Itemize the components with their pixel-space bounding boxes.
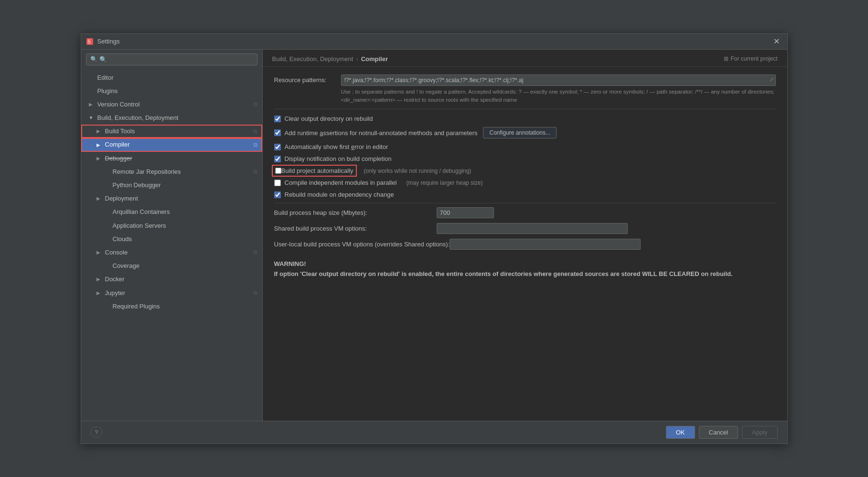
title-bar: S Settings ✕ [81,34,787,50]
ok-button[interactable]: OK [666,426,695,439]
warning-section: WARNING! If option 'Clear output directo… [274,259,776,279]
dialog-footer: ? OK Cancel Apply [81,421,787,444]
for-project-text: For current project [730,55,777,62]
heap-size-input[interactable] [437,207,494,218]
sidebar-item-label: Jupyter [105,289,126,297]
expand-icon[interactable]: ⤢ [770,76,774,83]
footer-right: OK Cancel Apply [666,426,778,439]
sidebar-item-arquillian[interactable]: Arquillian Containers [81,205,262,219]
shared-vm-label: Shared build process VM options: [274,225,437,232]
copy-icon: ⧉ [254,249,257,256]
sidebar-item-version-control[interactable]: ▶ Version Control ⧉ [81,98,262,111]
sidebar-item-debugger[interactable]: ▶ Debugger [81,152,262,165]
compile-parallel-row: Compile independent modules in parallel … [274,179,776,186]
chevron-right-icon: ▶ [96,249,102,256]
sidebar-item-clouds[interactable]: Clouds [81,233,262,246]
sidebar-item-label: Debugger [105,154,132,163]
sidebar-item-build-execution[interactable]: ▼ Build, Execution, Deployment [81,111,262,125]
footer-left: ? [91,426,102,438]
sidebar-item-label: Required Plugins [113,302,160,311]
option-clear-output: Clear output directory on rebuild [274,115,776,122]
show-error-checkbox[interactable] [274,144,281,150]
search-input[interactable] [99,56,253,63]
configure-annotations-button[interactable]: Configure annotations... [483,127,556,138]
copy-icon: ⧉ [254,168,257,175]
resource-patterns-input[interactable] [341,74,776,86]
build-auto-outlined: Build project automatically [274,167,354,174]
chevron-right-icon: ▶ [96,276,102,283]
compile-parallel-option: Compile independent modules in parallel [274,179,397,186]
sidebar-item-label: Build, Execution, Deployment [97,114,179,122]
add-assertions-checkbox[interactable] [274,129,281,136]
shared-vm-input[interactable] [437,223,628,234]
content-area: Resource patterns: ⤢ Use ; to separate p… [263,67,787,421]
sidebar-item-required-plugins[interactable]: Required Plugins [81,300,262,313]
resource-hint: Use ; to separate patterns and ! to nega… [341,88,776,105]
breadcrumb-separator: › [356,55,358,63]
sidebar-item-docker[interactable]: ▶ Docker [81,273,262,286]
build-auto-row: Build project automatically (only works … [274,167,776,174]
sidebar-item-remote-jar[interactable]: Remote Jar Repositories ⧉ [81,165,262,179]
search-box[interactable]: 🔍 [86,53,257,65]
chevron-right-icon: ▶ [96,290,102,297]
warning-text: If option 'Clear output directory on reb… [274,270,733,277]
assertions-option: Add runtime assertions for notnull-annot… [274,129,478,137]
compile-parallel-checkbox[interactable] [274,180,281,186]
warning-title: WARNING! [274,260,306,267]
apply-button[interactable]: Apply [742,426,778,439]
build-auto-note: (only works while not running / debuggin… [364,168,472,174]
heap-size-row: Build process heap size (Mbytes): [274,207,776,218]
display-notification-label[interactable]: Display notification on build completion [285,155,392,162]
clear-output-checkbox[interactable] [274,116,281,122]
sidebar-item-label: Deployment [105,194,138,203]
sidebar: 🔍 Editor Plugins ▶ Version Control ⧉ [81,50,263,421]
sidebar-item-application-servers[interactable]: Application Servers [81,219,262,233]
sidebar-item-label: Clouds [113,235,132,244]
options-section: Clear output directory on rebuild Add ru… [274,115,776,198]
rebuild-module-label[interactable]: Rebuild module on dependency change [285,191,394,198]
breadcrumb-current: Compiler [361,55,388,63]
sidebar-item-editor[interactable]: Editor [81,71,262,85]
close-button[interactable]: ✕ [771,37,782,46]
rebuild-module-checkbox[interactable] [274,191,281,198]
sidebar-item-coverage[interactable]: Coverage [81,259,262,273]
user-local-vm-input[interactable] [450,239,641,250]
sidebar-item-label: Plugins [97,87,118,95]
compile-parallel-label[interactable]: Compile independent modules in parallel [285,179,397,186]
sidebar-item-label: Python Debugger [113,181,161,190]
display-notification-checkbox[interactable] [274,156,281,162]
for-project-label[interactable]: ⊞ For current project [724,55,777,62]
sidebar-item-label: Console [105,248,128,257]
sidebar-item-console[interactable]: ▶ Console ⧉ [81,246,262,259]
user-local-vm-row: User-local build process VM options (ove… [274,239,776,250]
sidebar-item-python-debugger[interactable]: Python Debugger [81,179,262,192]
option-rebuild-module: Rebuild module on dependency change [274,191,776,198]
build-auto-label[interactable]: Build project automatically [281,167,354,174]
chevron-right-icon: ▶ [96,142,102,148]
heap-size-label: Build process heap size (Mbytes): [274,209,437,216]
copy-icon: ⧉ [254,101,257,108]
sidebar-item-label: Remote Jar Repositories [113,168,181,176]
show-error-label[interactable]: Automatically show first error in editor [285,143,388,150]
sidebar-item-compiler[interactable]: ▶ Compiler ⧉ [81,138,262,151]
breadcrumb: Build, Execution, Deployment › Compiler … [263,50,787,67]
breadcrumb-parent: Build, Execution, Deployment [272,55,354,63]
copy-icon: ⧉ [254,128,257,135]
sidebar-item-plugins[interactable]: Plugins [81,85,262,98]
svg-text:S: S [87,39,91,44]
assertions-row: Add runtime assertions for notnull-annot… [274,127,776,138]
sidebar-item-build-tools[interactable]: ▶ Build Tools ⧉ [81,125,262,138]
dialog-title: Settings [97,38,771,45]
sidebar-item-deployment[interactable]: ▶ Deployment [81,192,262,205]
sidebar-item-jupyter[interactable]: ▶ Jupyter ⧉ [81,286,262,300]
build-auto-checkbox[interactable] [275,168,281,174]
copy-icon: ⧉ [254,141,257,148]
add-assertions-label[interactable]: Add runtime assertions for notnull-annot… [285,129,478,137]
compile-parallel-note: (may require larger heap size) [406,180,482,186]
cancel-button[interactable]: Cancel [699,426,738,439]
form-fields: Build process heap size (Mbytes): Shared… [274,207,776,250]
clear-output-label[interactable]: Clear output directory on rebuild [285,115,373,122]
sidebar-item-label: Application Servers [113,222,166,230]
sidebar-item-label: Arquillian Containers [113,208,170,216]
help-button[interactable]: ? [91,426,102,438]
